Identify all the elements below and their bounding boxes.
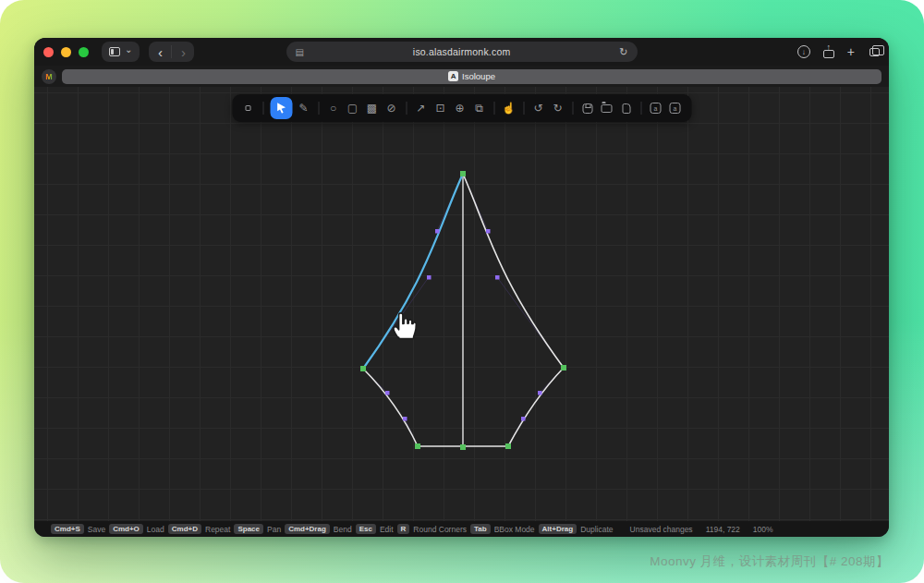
toolbar-divider: [318, 102, 319, 115]
hand-cursor: [389, 307, 420, 342]
pen-tool[interactable]: ✎: [294, 97, 313, 119]
shortcut-action: Duplicate: [580, 525, 613, 534]
pattern-square-icon: ▩: [367, 103, 377, 114]
tab-favicon: A: [448, 71, 458, 81]
titlebar-right-icons: ↓ +: [797, 44, 880, 59]
shortcut-action: Bend: [334, 525, 352, 534]
sidebar-toggle[interactable]: ⌄: [102, 42, 140, 62]
shortcut-hint: Cmd+DragBend: [285, 524, 352, 534]
toolbar-divider: [572, 102, 573, 115]
zoom-detail-button[interactable]: a: [665, 97, 685, 119]
site-settings-icon[interactable]: ▤: [296, 47, 304, 57]
toolbar-divider: [406, 102, 407, 115]
address-bar[interactable]: ▤ iso.alasdairmonk.com ↻: [286, 42, 638, 62]
control-arms: [363, 174, 564, 446]
sidebar-icon: [109, 47, 120, 56]
pinned-tab-favicon: M: [45, 72, 53, 81]
share-icon[interactable]: [823, 45, 834, 58]
hand-icon: ☝: [502, 103, 516, 114]
toolbar-divider: [262, 102, 263, 115]
shortcut-action: Edit: [380, 525, 394, 534]
shape-lower-left-edge[interactable]: [363, 369, 418, 446]
browser-window: ⌄ ‹ › ▤ iso.alasdairmonk.com ↻ ↓ + M: [34, 38, 889, 537]
shortcut-key: Tab: [470, 524, 491, 534]
minimize-window-button[interactable]: [61, 47, 71, 57]
shortcut-hints: Cmd+SSaveCmd+OLoadCmd+DRepeatSpacePanCmd…: [51, 524, 617, 534]
zoom-level: 100%: [753, 525, 773, 534]
shape-right-edge[interactable]: [463, 174, 564, 368]
tab-bar: M A Isoloupe: [34, 66, 889, 87]
shortcut-key: Cmd+O: [109, 524, 143, 534]
cursor-icon: [275, 103, 286, 114]
mesh-globe-tool[interactable]: ⊕: [450, 97, 469, 119]
window-controls: [43, 47, 89, 57]
new-tab-icon[interactable]: +: [847, 44, 855, 59]
zoom-region-button[interactable]: a: [646, 97, 665, 119]
shortcut-hint: SpacePan: [234, 524, 281, 534]
select-pen-tool[interactable]: [270, 97, 292, 119]
url-text: iso.alasdairmonk.com: [304, 46, 619, 57]
redo-button[interactable]: ↻: [548, 97, 567, 119]
shortcut-key: Space: [234, 524, 263, 534]
shortcut-action: Round Corners: [413, 525, 467, 534]
shortcut-action: BBox Mode: [494, 525, 535, 534]
rounded-rect-tool[interactable]: ▢: [343, 97, 362, 119]
circle-tool[interactable]: ○: [323, 97, 343, 119]
status-bar: Cmd+SSaveCmd+OLoadCmd+DRepeatSpacePanCmd…: [34, 521, 889, 537]
pen-nib-shape[interactable]: [34, 87, 889, 521]
bounding-box-tool[interactable]: ⊡: [431, 97, 450, 119]
file-export-icon: [622, 103, 630, 114]
back-button[interactable]: ‹: [149, 42, 171, 62]
export-file-button[interactable]: [616, 97, 636, 119]
circle-icon: ○: [330, 103, 336, 114]
shortcut-hint: RRound Corners: [397, 524, 467, 534]
folder-icon: [602, 104, 613, 113]
unsaved-changes-label: Unsaved changes: [630, 525, 693, 534]
node-tool[interactable]: [238, 97, 258, 119]
shape-left-edge-highlighted[interactable]: [363, 174, 463, 369]
dial-tool[interactable]: ⊘: [382, 97, 401, 119]
forward-button[interactable]: ›: [172, 42, 194, 62]
shape-lower-right-edge[interactable]: [508, 368, 564, 446]
pinned-tab[interactable]: M: [42, 69, 56, 84]
active-tab[interactable]: A Isoloupe: [62, 69, 881, 84]
tab-title: Isoloupe: [462, 71, 495, 81]
shortcut-action: Pan: [267, 525, 281, 534]
downloads-icon[interactable]: ↓: [797, 45, 810, 58]
export-arrow-tool[interactable]: ↗: [411, 97, 431, 119]
bezier-handles[interactable]: [385, 229, 542, 421]
maximize-window-button[interactable]: [79, 47, 89, 57]
bounding-box-icon: ⊡: [435, 103, 444, 114]
anchor-points[interactable]: [360, 171, 566, 450]
shortcut-key: Alt+Drag: [539, 524, 578, 534]
duplicate-tool[interactable]: ⧉: [469, 97, 489, 119]
editor-toolbar: ✎○▢▩⊘↗⊡⊕⧉☝↺↻aa: [232, 94, 691, 122]
dial-icon: ⊘: [386, 103, 395, 114]
shortcut-hint: TabBBox Mode: [470, 524, 535, 534]
hand-bend-tool[interactable]: ☝: [499, 97, 518, 119]
shortcut-key: Cmd+Drag: [285, 524, 330, 534]
editor-canvas[interactable]: ✎○▢▩⊘↗⊡⊕⧉☝↺↻aa: [34, 87, 889, 521]
shortcut-action: Save: [88, 525, 105, 534]
arrow-up-right-icon: ↗: [416, 103, 425, 114]
undo-icon: ↺: [533, 103, 542, 114]
shortcut-hint: EscEdit: [356, 524, 394, 534]
shortcut-hint: Cmd+OLoad: [109, 524, 164, 534]
globe-icon: ⊕: [455, 103, 464, 114]
shortcut-hint: Cmd+SSave: [51, 524, 105, 534]
shortcut-key: R: [397, 524, 410, 534]
undo-button[interactable]: ↺: [529, 97, 548, 119]
reload-icon[interactable]: ↻: [619, 46, 627, 58]
close-window-button[interactable]: [43, 47, 54, 57]
pattern-fill-tool[interactable]: ▩: [362, 97, 382, 119]
save-button[interactable]: [578, 97, 597, 119]
rounded-square-icon: ▢: [347, 103, 358, 114]
node-square-icon: [246, 105, 251, 111]
open-button[interactable]: [597, 97, 616, 119]
toolbar-divider: [493, 102, 494, 115]
pen-icon: ✎: [298, 103, 308, 114]
tab-overview-icon[interactable]: [869, 48, 880, 56]
gradient-backdrop: ⌄ ‹ › ▤ iso.alasdairmonk.com ↻ ↓ + M: [0, 0, 924, 583]
frame-a-icon: a: [670, 103, 681, 114]
shortcut-action: Repeat: [205, 525, 230, 534]
